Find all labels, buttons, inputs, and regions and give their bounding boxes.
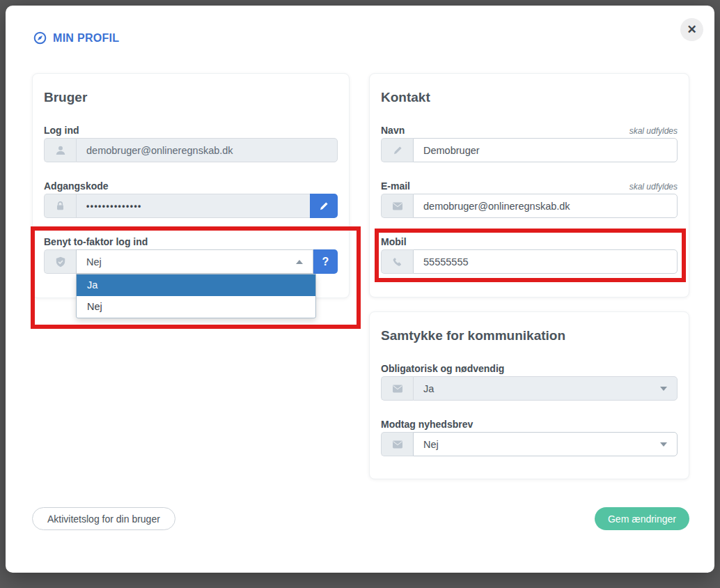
twofactor-label: Benyt to-faktor log ind — [44, 236, 148, 247]
twofactor-label-row: Benyt to-faktor log ind — [44, 234, 338, 247]
envelope-icon — [381, 194, 413, 218]
envelope-icon — [381, 376, 413, 401]
obligatorisk-select-group: Ja — [381, 376, 678, 401]
login-input-group — [44, 138, 338, 162]
modal-body: Bruger Log ind — [32, 73, 689, 479]
password-input-group — [44, 194, 338, 218]
twofactor-select-group: Nej ? Ja Nej — [44, 249, 338, 274]
page-title: MIN PROFIL — [53, 32, 119, 45]
mobil-label-row: Mobil — [381, 234, 678, 247]
navn-required-hint: skal udfyldes — [629, 126, 678, 136]
min-profil-modal: ✕ MIN PROFIL Bruger Log ind — [6, 6, 714, 573]
kontakt-card-title: Kontakt — [381, 90, 678, 105]
nyhedsbrev-label-row: Modtag nyhedsbrev — [381, 417, 678, 430]
twofactor-dropdown-menu: Ja Nej — [76, 274, 316, 318]
bruger-card-title: Bruger — [44, 90, 338, 105]
nyhedsbrev-select-group: Nej — [381, 432, 678, 456]
email-input-group — [381, 194, 678, 218]
nyhedsbrev-group: Modtag nyhedsbrev Nej — [381, 417, 678, 456]
caret-down-icon — [660, 387, 667, 391]
obligatorisk-group: Obligatorisk og nødvendig Ja — [381, 361, 678, 401]
email-label: E-mail — [381, 180, 410, 192]
nyhedsbrev-select[interactable]: Nej — [413, 432, 678, 456]
email-label-row: E-mail skal udfyldes — [381, 178, 678, 192]
navn-group: Navn skal udfyldes — [381, 123, 678, 162]
bruger-card: Bruger Log ind — [32, 73, 350, 298]
email-group: E-mail skal udfyldes — [381, 178, 678, 218]
login-group: Log ind — [44, 123, 338, 162]
left-column: Bruger Log ind — [32, 73, 350, 298]
shield-check-icon — [44, 249, 76, 274]
obligatorisk-label-row: Obligatorisk og nødvendig — [381, 361, 678, 374]
password-input[interactable] — [76, 194, 310, 218]
nyhedsbrev-selected-value: Nej — [423, 439, 439, 450]
password-group: Adgangskode — [44, 178, 338, 218]
caret-up-icon — [296, 260, 303, 264]
twofactor-help-button[interactable]: ? — [313, 249, 338, 274]
caret-down-icon — [660, 442, 667, 447]
twofactor-option-nej[interactable]: Nej — [77, 296, 315, 318]
twofactor-option-ja[interactable]: Ja — [77, 274, 315, 296]
pencil-icon — [319, 201, 329, 211]
lock-icon — [44, 194, 76, 218]
password-label-row: Adgangskode — [44, 178, 338, 192]
right-column: Kontakt Navn skal udfyldes — [369, 73, 689, 479]
navn-input-group — [381, 138, 678, 162]
mobil-label: Mobil — [381, 236, 407, 247]
kontakt-card: Kontakt Navn skal udfyldes — [369, 73, 689, 297]
activity-log-button[interactable]: Aktivitetslog for din bruger — [32, 507, 175, 530]
samtykke-card-title: Samtykke for kommunikation — [381, 328, 678, 343]
login-label-row: Log ind — [44, 123, 338, 136]
nyhedsbrev-label: Modtag nyhedsbrev — [381, 419, 473, 430]
phone-icon — [381, 249, 413, 274]
navn-label: Navn — [381, 125, 405, 136]
login-input[interactable] — [76, 138, 338, 162]
twofactor-select[interactable]: Nej — [76, 249, 313, 274]
email-required-hint: skal udfyldes — [629, 182, 678, 192]
samtykke-card: Samtykke for kommunikation Obligatorisk … — [369, 311, 689, 479]
mobil-input[interactable] — [413, 249, 678, 274]
navn-label-row: Navn skal udfyldes — [381, 123, 678, 136]
edit-password-button[interactable] — [310, 194, 338, 218]
password-label: Adgangskode — [44, 180, 109, 192]
twofactor-group: Benyt to-faktor log ind Nej — [44, 234, 338, 274]
obligatorisk-selected-value: Ja — [423, 383, 434, 394]
pencil-icon — [381, 138, 413, 162]
close-button[interactable]: ✕ — [680, 18, 703, 41]
email-input[interactable] — [413, 194, 678, 218]
save-changes-button[interactable]: Gem ændringer — [595, 507, 689, 530]
user-icon — [44, 138, 76, 162]
obligatorisk-select[interactable]: Ja — [413, 376, 678, 401]
obligatorisk-label: Obligatorisk og nødvendig — [381, 363, 504, 374]
modal-header: MIN PROFIL — [33, 31, 119, 45]
envelope-icon — [381, 432, 413, 456]
login-label: Log ind — [44, 125, 79, 136]
modal-footer: Aktivitetslog for din bruger Gem ændring… — [32, 507, 689, 530]
navn-input[interactable] — [413, 138, 678, 162]
mobil-input-group — [381, 249, 678, 274]
mobil-group: Mobil — [381, 234, 678, 274]
compass-icon — [33, 31, 47, 45]
twofactor-selected-value: Nej — [86, 256, 102, 268]
